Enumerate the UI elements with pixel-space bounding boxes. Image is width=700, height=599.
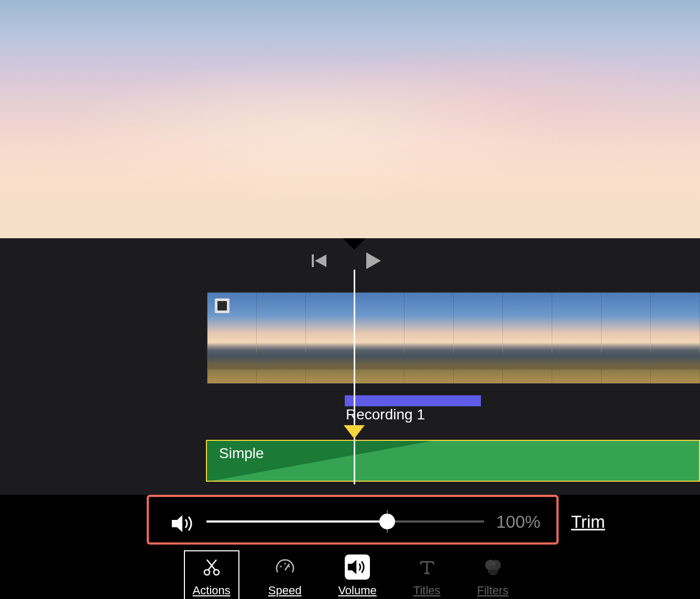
svg-line-4 [285,564,289,570]
svg-line-3 [207,560,215,570]
trim-button[interactable]: Trim [571,512,605,532]
video-frame-thumb [552,293,601,383]
volume-slider[interactable] [206,520,484,523]
play-button[interactable] [364,251,383,272]
skip-previous-button[interactable] [312,254,327,269]
tool-volume[interactable]: Volume [330,551,384,599]
svg-point-1 [214,570,219,575]
filters-icon [482,557,503,578]
slider-fill [206,520,387,523]
audio-clip[interactable] [206,440,700,482]
tool-label: Titles [413,584,441,597]
playhead-marker-top [343,238,366,250]
svg-point-0 [204,570,210,575]
speedometer-icon [275,557,296,578]
video-frame-thumb [454,293,503,383]
voiceover-recording-clip[interactable] [345,395,481,406]
video-frame-thumb [651,293,700,383]
video-frame-thumb [306,293,355,383]
text-icon [417,557,438,578]
volume-value-label: 100% [496,512,540,532]
playhead-line[interactable] [354,270,355,484]
svg-line-7 [289,566,290,567]
tool-label: Filters [477,584,509,597]
tool-label: Speed [268,584,302,597]
video-clip[interactable] [207,292,700,384]
video-frame-thumb [404,293,454,383]
audio-playhead-marker [344,425,365,439]
recording-clip-label: Recording 1 [346,406,425,423]
tool-filters[interactable]: Filters [469,551,517,599]
video-frame-thumb [355,293,404,383]
tool-label: Volume [338,584,376,597]
tool-speed[interactable]: Speed [260,551,310,599]
video-frame-thumb [503,293,552,383]
clip-type-badge-icon [215,298,229,313]
svg-line-5 [280,566,281,567]
svg-line-2 [208,560,216,570]
video-preview [0,0,700,238]
transport-controls [312,251,383,272]
slider-empty [387,520,485,523]
scissors-icon [201,557,222,578]
audio-clip-label: Simple [219,445,264,462]
inspector-toolbar: Actions Speed Volume [0,553,700,599]
tool-label: Actions [193,584,231,597]
volume-icon [347,558,368,576]
video-frame-thumb [257,293,306,383]
volume-icon [172,514,195,535]
video-frame-thumb [601,293,651,383]
tool-actions[interactable]: Actions [184,550,239,599]
slider-thumb[interactable] [379,514,395,529]
tool-titles[interactable]: Titles [406,551,449,599]
svg-point-15 [488,565,498,575]
